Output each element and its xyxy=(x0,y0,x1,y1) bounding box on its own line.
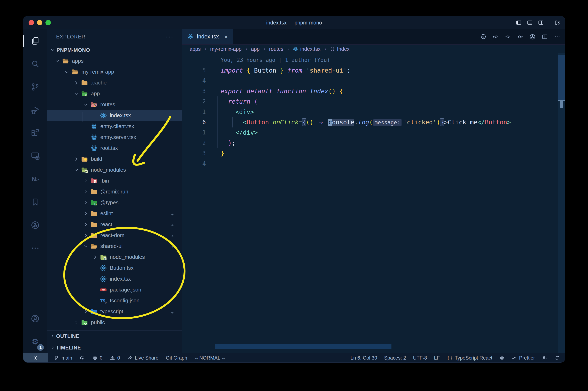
status-main[interactable]: main xyxy=(54,355,72,361)
minimize-traffic-light[interactable] xyxy=(37,20,42,25)
tree-item-routes[interactable]: routes xyxy=(47,99,182,110)
breadcrumb-apps[interactable]: apps xyxy=(190,46,201,52)
chevron-down-icon[interactable] xyxy=(55,59,60,64)
breadcrumb-Index[interactable]: Index xyxy=(330,46,350,52)
section-timeline[interactable]: TIMELINE xyxy=(47,342,182,353)
chevron-right-icon[interactable] xyxy=(74,80,79,85)
zoom-traffic-light[interactable] xyxy=(45,20,51,25)
explorer-more-actions-icon[interactable]: ··· xyxy=(166,33,174,40)
change-next-icon[interactable] xyxy=(517,33,523,40)
tree-item-.cache[interactable]: .cache xyxy=(47,77,182,88)
tree-item-root.tsx[interactable]: root.tsx xyxy=(47,143,182,154)
chevron-right-icon[interactable] xyxy=(83,200,88,205)
gitlens-icon[interactable] xyxy=(529,33,536,40)
tree-item-.bin[interactable]: 0110 .bin xyxy=(47,175,182,186)
status-person-feedback[interactable] xyxy=(542,355,547,361)
activity-item-extensions[interactable] xyxy=(23,121,47,145)
activity-item-remote-explorer[interactable] xyxy=(23,145,47,168)
status-git-graph[interactable]: Git Graph xyxy=(166,355,187,361)
code-line[interactable]: 3 export default function Index() { xyxy=(182,86,557,96)
tree-item-eslint[interactable]: eslint xyxy=(47,208,182,219)
status-copilot[interactable] xyxy=(499,355,505,361)
tree-item-build[interactable]: build xyxy=(47,154,182,165)
ellipsis-icon[interactable] xyxy=(554,33,561,40)
chevron-right-icon[interactable] xyxy=(83,222,88,227)
code-area[interactable]: You, 23 hours ago | 1 author (You) 5 imp… xyxy=(182,53,557,169)
tree-item-apps[interactable]: apps xyxy=(47,56,182,66)
code-line[interactable]: 2 return ( xyxy=(182,97,557,107)
remote-indicator[interactable] xyxy=(23,353,48,362)
layout-sidebar-left-icon[interactable] xyxy=(516,19,522,26)
breadcrumb-index.tsx[interactable]: index.tsx xyxy=(293,46,320,52)
change-icon[interactable] xyxy=(504,33,511,40)
history-icon[interactable] xyxy=(480,33,487,40)
tree-item-Button.tsx[interactable]: Button.tsx xyxy=(47,263,182,273)
activity-item-debug[interactable] xyxy=(23,98,47,121)
tree-item-@types[interactable]: TS @types xyxy=(47,197,182,208)
chevron-right-icon[interactable] xyxy=(83,309,88,314)
activity-item-ellipsis[interactable] xyxy=(23,237,47,260)
activity-item-files[interactable] xyxy=(23,29,47,52)
close-icon[interactable]: × xyxy=(224,33,228,40)
breadcrumb-routes[interactable]: routes xyxy=(269,46,283,52)
section-outline[interactable]: OUTLINE xyxy=(47,330,182,342)
status-spaces-2[interactable]: Spaces: 2 xyxy=(384,355,406,361)
breadcrumb-app[interactable]: app xyxy=(251,46,260,52)
chevron-down-icon[interactable] xyxy=(74,91,79,96)
code-line[interactable]: 5 import { Button } from 'shared-ui'; xyxy=(182,65,557,76)
tree-item-node_modules[interactable]: JS node_modules xyxy=(47,252,182,263)
chevron-right-icon[interactable] xyxy=(74,320,79,325)
status-0[interactable]: 0 xyxy=(92,355,102,361)
activity-item-source-control[interactable] xyxy=(23,76,47,98)
activity-item-search[interactable] xyxy=(23,52,47,76)
status-bell-dot[interactable] xyxy=(554,355,560,361)
chevron-down-icon[interactable] xyxy=(83,102,88,107)
chevron-right-icon[interactable] xyxy=(83,211,88,216)
activity-item-settings-gear[interactable]: ⚙1 xyxy=(23,330,47,353)
tree-item-typescript[interactable]: TS typescript xyxy=(47,306,182,317)
layout-panel-icon[interactable] xyxy=(527,19,533,26)
chevron-down-icon[interactable] xyxy=(83,244,88,249)
tab-index-tsx[interactable]: index.tsx × xyxy=(182,29,233,44)
tree-item-@remix-run[interactable]: @remix-run xyxy=(47,186,182,197)
breadcrumb-my-remix-app[interactable]: my-remix-app xyxy=(210,46,242,52)
layout-sidebar-right-icon[interactable] xyxy=(538,19,544,26)
chevron-right-icon[interactable] xyxy=(83,179,88,183)
tree-item-my-remix-app[interactable]: my-remix-app xyxy=(47,66,182,77)
code-line[interactable]: 4 xyxy=(182,159,557,169)
chevron-down-icon[interactable] xyxy=(64,70,69,74)
tree-item-app[interactable]: ⚙ app xyxy=(47,88,182,99)
status-lf[interactable]: LF xyxy=(434,355,440,361)
status-utf-8[interactable]: UTF-8 xyxy=(413,355,427,361)
activity-item-account[interactable] xyxy=(23,307,47,330)
tree-item-node_modules[interactable]: JS node_modules xyxy=(47,165,182,175)
chevron-down-icon[interactable] xyxy=(74,168,79,173)
tree-item-react[interactable]: react xyxy=(47,219,182,230)
activity-item-bookmarks[interactable] xyxy=(23,191,47,214)
change-prev-icon[interactable] xyxy=(492,33,499,40)
code-line[interactable]: 1 </div> xyxy=(182,127,557,138)
tree-item-tsconfig.json[interactable]: TS⚙ tsconfig.json xyxy=(47,295,182,306)
status--normal-[interactable]: -- NORMAL -- xyxy=(195,355,225,361)
tree-item-react-dom[interactable]: react-dom xyxy=(47,230,182,241)
split-editor-icon[interactable] xyxy=(542,33,548,40)
chevron-right-icon[interactable] xyxy=(83,233,88,238)
vertical-scrollbar[interactable] xyxy=(558,53,565,353)
code-line[interactable]: 2 ); xyxy=(182,138,557,148)
close-traffic-light[interactable] xyxy=(29,20,34,25)
layout-customize-icon[interactable] xyxy=(554,19,561,26)
activity-item-nx-console[interactable]: N≥ xyxy=(23,168,47,191)
code-line[interactable]: 1 <div> xyxy=(182,107,557,117)
tree-item-index.tsx[interactable]: index.tsx xyxy=(47,273,182,284)
tree-item-index.tsx[interactable]: index.tsx xyxy=(47,110,182,121)
status-typescript-react[interactable]: {}TypeScript React xyxy=(447,355,492,361)
tree-item-entry.server.tsx[interactable]: entry.server.tsx xyxy=(47,132,182,143)
status-0[interactable]: 0 xyxy=(110,355,120,361)
code-line[interactable]: 6 <Button onClick={() ⇒ console.log(mess… xyxy=(182,117,557,127)
status-ln-6-col-30[interactable]: Ln 6, Col 30 xyxy=(351,355,377,361)
tree-item-public[interactable]: public xyxy=(47,317,182,328)
tree-item-entry.client.tsx[interactable]: entry.client.tsx xyxy=(47,121,182,132)
chevron-right-icon[interactable] xyxy=(74,157,79,162)
horizontal-scrollbar-thumb[interactable] xyxy=(215,344,392,349)
workspace-section-header[interactable]: PNPM-MONO xyxy=(47,44,182,56)
